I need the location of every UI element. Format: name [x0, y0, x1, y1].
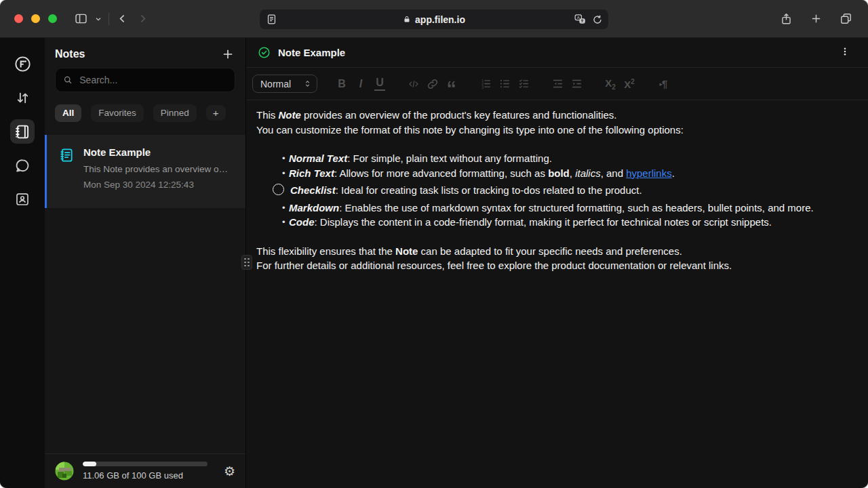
block-type-dropdown[interactable]: Normal — [252, 75, 317, 93]
bullet-item: Code: Displays the content in a code-fri… — [256, 215, 846, 230]
url-text: app.filen.io — [415, 14, 465, 25]
url-text-wrap: app.filen.io — [260, 14, 608, 25]
sidebar-toggle-icon[interactable] — [71, 9, 91, 29]
paragraph: This Note provides an overview of the pr… — [256, 108, 846, 123]
checkbox-circle[interactable] — [273, 184, 284, 195]
address-bar[interactable]: app.filen.io A — [260, 9, 608, 29]
storage-info: 11.06 GB of 100 GB used — [83, 462, 215, 481]
reload-icon[interactable] — [592, 14, 603, 25]
note-item-date: Mon Sep 30 2024 12:25:43 — [83, 180, 228, 190]
code-button[interactable] — [404, 75, 423, 94]
underline-button[interactable]: U — [370, 75, 389, 94]
superscript-button[interactable]: X2 — [620, 75, 639, 94]
bullet-item: Rich Text: Allows for more advanced form… — [256, 166, 846, 181]
svg-text:3: 3 — [481, 86, 484, 89]
avatar[interactable] — [55, 462, 74, 481]
settings-gear-icon[interactable]: ⚙ — [224, 465, 235, 478]
paragraph-break — [256, 137, 846, 151]
minimize-window-button[interactable] — [31, 14, 40, 23]
filter-chip-pinned[interactable]: Pinned — [153, 104, 197, 122]
formatting-toolbar: Normal B I U 123 — [246, 68, 868, 100]
account-bar: 11.06 GB of 100 GB used ⚙ — [45, 453, 245, 488]
close-window-button[interactable] — [14, 14, 23, 23]
storage-progress-track — [83, 462, 208, 466]
tab-overview-icon[interactable] — [835, 9, 856, 29]
paragraph-break — [256, 230, 846, 244]
transfers-icon[interactable] — [10, 85, 35, 110]
filen-logo-icon[interactable] — [10, 52, 35, 76]
search-icon — [63, 75, 73, 85]
link-button[interactable] — [423, 75, 442, 94]
storage-progress-fill — [83, 462, 96, 466]
notes-panel: Notes All Favorites Pinned + — [45, 38, 246, 488]
filter-chip-all[interactable]: All — [55, 104, 81, 122]
chevron-down-icon[interactable] — [91, 9, 106, 29]
paragraph: You can customize the format of this not… — [256, 123, 846, 138]
note-item-title: Note Example — [83, 146, 228, 158]
checklist-item: Checklist: Ideal for creating task lists… — [256, 183, 846, 198]
browser-toolbar: app.filen.io A — [0, 0, 868, 38]
notes-filter-chips: All Favorites Pinned + — [55, 104, 235, 122]
storage-text: 11.06 GB of 100 GB used — [83, 470, 215, 481]
checklist-button[interactable] — [514, 75, 533, 94]
notes-nav-icon[interactable] — [10, 119, 35, 144]
back-button[interactable] — [112, 9, 132, 29]
create-note-button[interactable] — [221, 47, 235, 61]
chats-icon[interactable] — [10, 153, 35, 178]
italic-button[interactable]: I — [351, 75, 370, 94]
indent-button[interactable] — [567, 75, 586, 94]
toolbar-divider — [108, 13, 109, 25]
note-list-item[interactable]: Note Example This Note provides an overv… — [45, 135, 245, 208]
search-input[interactable] — [78, 74, 227, 86]
note-icon — [59, 147, 75, 163]
contacts-icon[interactable] — [10, 187, 35, 211]
select-arrows-icon — [304, 79, 311, 88]
hyperlink[interactable]: hyperlinks — [626, 167, 672, 179]
notes-list: Note Example This Note provides an overv… — [45, 135, 245, 454]
translate-icon[interactable]: A — [574, 14, 587, 25]
filter-chip-favorites[interactable]: Favorites — [91, 104, 144, 122]
svg-text:A: A — [577, 15, 580, 20]
selected-indicator — [45, 135, 47, 208]
note-editor: Note Example Normal B I U — [246, 38, 868, 488]
editor-header: Note Example — [246, 38, 868, 68]
synced-check-icon — [258, 46, 271, 59]
svg-text:2: 2 — [481, 83, 484, 86]
editor-note-title: Note Example — [278, 47, 832, 58]
paragraph: For further details or additional resour… — [256, 258, 846, 273]
browser-window: app.filen.io A — [0, 0, 868, 488]
note-content[interactable]: This Note provides an overview of the pr… — [246, 100, 868, 488]
subscript-button[interactable]: X2 — [601, 75, 620, 94]
forward-button[interactable] — [132, 9, 153, 29]
new-tab-icon[interactable] — [806, 9, 826, 29]
notes-panel-title: Notes — [55, 48, 85, 60]
paragraph-direction-button[interactable]: ▸¶ — [654, 75, 673, 94]
note-item-preview: This Note provides an overview o… — [83, 164, 228, 174]
traffic-lights — [14, 14, 57, 23]
block-drag-handle-icon[interactable] — [241, 255, 252, 270]
bullet-item: Normal Text: For simple, plain text with… — [256, 151, 846, 166]
block-type-value: Normal — [260, 79, 291, 89]
ordered-list-button[interactable]: 123 — [476, 75, 495, 94]
bullet-list-button[interactable] — [495, 75, 514, 94]
share-icon[interactable] — [776, 9, 796, 29]
svg-text:1: 1 — [481, 79, 484, 83]
app-sidebar — [0, 38, 45, 488]
notes-search[interactable] — [55, 68, 235, 92]
zoom-window-button[interactable] — [48, 14, 57, 23]
bold-button[interactable]: B — [332, 75, 351, 94]
note-menu-kebab-icon[interactable] — [840, 45, 850, 60]
blockquote-button[interactable] — [442, 75, 461, 94]
paragraph: This flexibility ensures that the Note c… — [256, 244, 846, 259]
bullet-item: Markdown: Enables the use of markdown sy… — [256, 201, 846, 216]
filter-chip-add[interactable]: + — [206, 105, 226, 121]
outdent-button[interactable] — [548, 75, 567, 94]
lock-icon — [403, 15, 411, 24]
